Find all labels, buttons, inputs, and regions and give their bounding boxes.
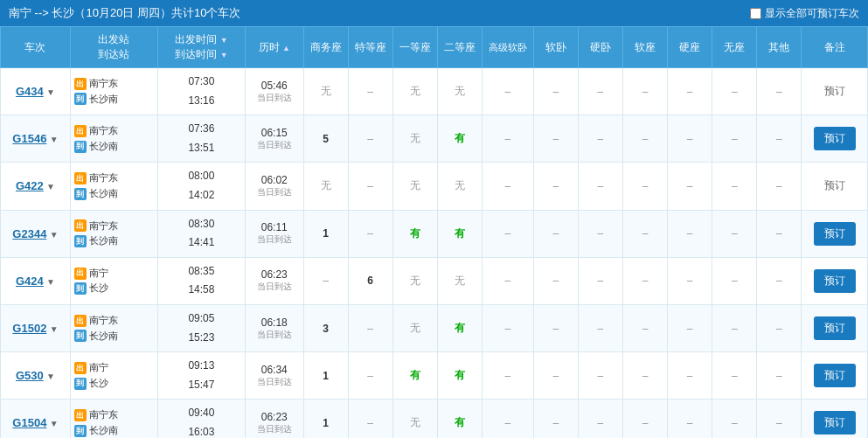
train-dropdown-arrow[interactable]: ▼: [46, 277, 55, 287]
depart-station-name: 南宁东: [89, 219, 118, 234]
other-seat-cell: –: [757, 115, 802, 163]
station-cell: 出 南宁东 到 长沙南: [70, 68, 157, 115]
adv-sleeper-cell: –: [482, 400, 533, 438]
col-soft-seat: 软座: [622, 27, 667, 68]
depart-station-row: 出 南宁: [74, 266, 154, 282]
col-hard-seat: 硬座: [668, 27, 712, 68]
biz-seat-cell[interactable]: 5: [303, 115, 348, 163]
table-row: G1546 ▼ 出 南宁东 到 长沙南 07:3613:5106:15当日到达5…: [1, 115, 868, 163]
train-number-link[interactable]: G1502: [12, 322, 46, 335]
duration-cell: 06:23当日到达: [245, 257, 303, 304]
biz-seat-cell[interactable]: 3: [303, 304, 348, 351]
adv-sleeper-cell: –: [482, 257, 533, 304]
first-class-cell: 无: [392, 115, 437, 163]
show-all-checkbox[interactable]: [750, 8, 761, 19]
depart-time: 09:05: [162, 309, 241, 329]
hard-seat-cell: –: [668, 210, 712, 257]
train-number-link[interactable]: G1504: [12, 416, 46, 429]
other-seat-cell: –: [757, 163, 802, 210]
train-number-link[interactable]: G434: [16, 85, 44, 98]
book-cell: 预订: [802, 210, 868, 257]
duration-time: 06:23: [249, 411, 300, 423]
table-row: G424 ▼ 出 南宁 到 长沙 08:3514:5806:23当日到达–6无无…: [1, 257, 868, 304]
train-number-link[interactable]: G530: [16, 369, 44, 382]
col-other: 其他: [757, 27, 802, 68]
train-dropdown-arrow[interactable]: ▼: [50, 419, 59, 428]
train-dropdown-arrow[interactable]: ▼: [50, 324, 59, 334]
duration-cell: 06:02当日到达: [245, 163, 303, 210]
first-class-cell[interactable]: 有: [392, 352, 437, 400]
train-number-cell: G2344 ▼: [1, 210, 71, 257]
book-cell: 预订: [802, 400, 868, 438]
table-header-row: 车次 出发站 到达站 出发时间 ▼ 到达时间 ▼ 历时 ▲ 商务座 特等座: [1, 27, 868, 68]
train-dropdown-arrow[interactable]: ▼: [50, 135, 59, 144]
time-cell: 09:4016:03: [157, 400, 245, 438]
book-button[interactable]: 预订: [814, 316, 856, 340]
arrive-station-row: 到 长沙南: [74, 186, 154, 202]
soft-seat-cell: –: [622, 400, 667, 438]
depart-icon: 出: [74, 219, 87, 232]
special-seat-cell[interactable]: 6: [348, 257, 392, 304]
biz-seat-cell[interactable]: 1: [303, 210, 348, 257]
depart-time: 08:35: [162, 262, 241, 282]
train-number-link[interactable]: G2344: [12, 227, 46, 240]
duration-cell: 05:46当日到达: [245, 68, 303, 115]
show-all-container: 显示全部可预订车次: [750, 6, 859, 21]
special-seat-cell: –: [348, 115, 392, 163]
arrive-time: 14:58: [162, 281, 241, 300]
special-seat-cell: –: [348, 400, 392, 438]
depart-station-name: 南宁东: [89, 76, 118, 92]
arrive-station-row: 到 长沙南: [74, 92, 154, 108]
col-arrive-time: 到达时间 ▼: [162, 47, 241, 62]
depart-station-row: 出 南宁东: [74, 123, 154, 139]
station-cell: 出 南宁东 到 长沙南: [70, 304, 157, 351]
soft-seat-cell: –: [622, 210, 667, 257]
second-class-cell[interactable]: 有: [437, 210, 482, 257]
train-dropdown-arrow[interactable]: ▼: [46, 87, 55, 97]
book-button[interactable]: 预订: [814, 411, 856, 435]
second-class-cell: 无: [437, 68, 482, 115]
second-class-cell[interactable]: 有: [437, 304, 482, 351]
soft-seat-cell: –: [622, 163, 667, 210]
soft-sleeper-cell: –: [533, 352, 578, 400]
biz-seat-cell[interactable]: 1: [303, 400, 348, 438]
depart-sort-icon[interactable]: ▼: [220, 36, 228, 45]
col-remark: 备注: [802, 27, 868, 68]
book-button[interactable]: 预订: [814, 127, 856, 150]
biz-seat-cell: –: [303, 257, 348, 304]
book-button[interactable]: 预订: [814, 364, 856, 387]
book-button[interactable]: 预订: [814, 222, 856, 246]
arrive-day: 当日到达: [249, 329, 300, 341]
hard-sleeper-cell: –: [578, 304, 622, 351]
duration-sort-icon[interactable]: ▲: [282, 44, 290, 52]
arrive-icon: 到: [74, 282, 87, 295]
second-class-cell: 无: [437, 257, 482, 304]
train-dropdown-arrow[interactable]: ▼: [50, 230, 59, 240]
second-class-cell[interactable]: 有: [437, 400, 482, 438]
depart-station-row: 出 南宁东: [74, 170, 154, 186]
train-number-link[interactable]: G424: [16, 275, 44, 288]
first-class-cell[interactable]: 有: [392, 210, 437, 257]
depart-icon: 出: [74, 78, 87, 90]
second-class-cell[interactable]: 有: [437, 115, 482, 163]
train-tbody: G434 ▼ 出 南宁东 到 长沙南 07:3013:1605:46当日到达无–…: [1, 68, 868, 439]
hard-sleeper-cell: –: [578, 257, 622, 304]
train-number-cell: G530 ▼: [1, 352, 71, 400]
adv-sleeper-cell: –: [482, 163, 533, 210]
book-button[interactable]: 预订: [814, 269, 856, 293]
depart-station-name: 南宁东: [89, 170, 118, 186]
train-dropdown-arrow[interactable]: ▼: [46, 372, 55, 381]
biz-seat-cell[interactable]: 1: [303, 352, 348, 400]
arrive-station-name: 长沙南: [89, 423, 118, 438]
train-number-link[interactable]: G422: [16, 179, 44, 192]
arrive-sort-icon[interactable]: ▼: [220, 51, 228, 59]
other-seat-cell: –: [757, 210, 802, 257]
second-class-cell[interactable]: 有: [437, 352, 482, 400]
train-dropdown-arrow[interactable]: ▼: [46, 182, 55, 191]
train-number-link[interactable]: G1546: [12, 132, 46, 145]
no-seat-cell: –: [712, 68, 757, 115]
other-seat-cell: –: [757, 68, 802, 115]
arrive-day: 当日到达: [249, 376, 300, 388]
hard-seat-cell: –: [668, 257, 712, 304]
book-cell: 预订: [802, 68, 868, 115]
